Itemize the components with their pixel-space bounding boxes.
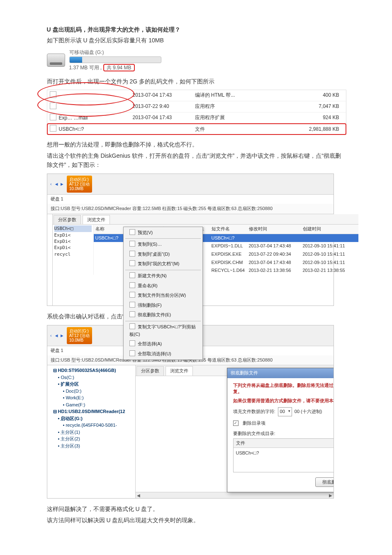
- paragraph-3: 想用一般的方法处理，即删除也删除不掉，格式化也不行。: [47, 140, 346, 149]
- menu-item-icon: [129, 311, 135, 317]
- tree-node[interactable]: • recycle.{645FF040-5081-: [50, 271, 53, 278]
- dialog-warning-2: 如果仅需要用普通的方式删除文件，请不要使用本功能。: [233, 398, 334, 404]
- tree-node[interactable]: • 启动区(G:): [50, 415, 133, 422]
- file-icon: [50, 114, 56, 120]
- tree-node[interactable]: • Os(C:): [50, 374, 133, 381]
- dialog-file-list: 文件 状态 USBCh<□?: [233, 438, 334, 472]
- dg-info-line: 接口:USB 型号:USB2.0SD/MMCReader 容量:122.5MB …: [47, 204, 334, 214]
- tab-partition-params[interactable]: 分区参数: [54, 215, 81, 225]
- menu-item-icon: [129, 282, 135, 288]
- context-menu-item[interactable]: 新建文件夹(N): [124, 271, 202, 281]
- dg-partition-badge: 启动区(G:)AT12 (活动10.0MB: [67, 176, 92, 193]
- name-list-item[interactable]: recycl: [54, 251, 92, 257]
- tree-node[interactable]: • 主分区(2): [50, 284, 53, 291]
- tree-node[interactable]: • Work(E:): [50, 394, 133, 401]
- name-list-item[interactable]: ExpDi<: [54, 244, 92, 251]
- figure-file-list: 2013-07-04 17:43编译的 HTML 帮...400 KB2013-…: [47, 90, 346, 135]
- figure-drive-capacity: 可移动磁盘 (G:) 1.37 MB 可用 , 共 9.94 MB: [47, 49, 346, 72]
- delete-dir-entry-label: 删除目录项: [243, 420, 265, 427]
- context-menu-item[interactable]: 复制到“桌面”(D): [124, 249, 202, 259]
- paragraph-1: 如下图所示该 U 盘分区后实际容量只有 10MB: [47, 36, 346, 45]
- dg-nav-arrows[interactable]: ‹ ◀ ▶: [50, 181, 63, 188]
- paragraph-7: 该方法同样可以解决因 U 盘乱码出现超大文件夹时的现象。: [47, 516, 346, 525]
- menu-item-icon: [129, 323, 135, 329]
- context-menu-item[interactable]: 重命名(R): [124, 281, 202, 291]
- file-list-row: 2013-07-22 9:40应用程序7,047 KB: [47, 101, 346, 112]
- menu-item-icon: [129, 229, 135, 235]
- file-list-row: USBCh<□?文件2,981,888 KB: [47, 124, 346, 134]
- capacity-free: 1.37 MB 可用 ,: [69, 65, 102, 71]
- tree-node[interactable]: • Doc(D:): [50, 388, 133, 395]
- tree-node[interactable]: • 启动区(G:): [50, 264, 53, 271]
- tab-browse-files[interactable]: 浏览文件: [83, 215, 110, 225]
- tree-node[interactable]: • 主分区(3): [50, 443, 133, 450]
- column-header: 修改时间: [249, 225, 303, 233]
- tree-node[interactable]: • 主分区(1): [50, 277, 53, 284]
- drive-icon: [47, 54, 65, 67]
- context-menu-item[interactable]: 预览(V): [124, 228, 202, 238]
- tree-node[interactable]: ⊟ HD1:USB2.0SD/MMCReader(12: [50, 408, 133, 415]
- tree-node[interactable]: • 扩展分区: [50, 381, 133, 388]
- context-menu-item[interactable]: 全部选择(A): [124, 339, 202, 349]
- tree-node[interactable]: • Os(C:): [50, 222, 53, 230]
- tree-node[interactable]: • Work(E:): [50, 243, 53, 250]
- tree-node[interactable]: ⊟ HD0:ST9500325AS(466GB): [50, 216, 53, 223]
- column-header: 短文件名: [212, 225, 249, 233]
- name-list-item[interactable]: USBCh<□: [54, 225, 92, 232]
- menu-item-icon: [129, 241, 135, 247]
- horizontal-scrollbar[interactable]: [136, 492, 334, 498]
- tree-node[interactable]: • Game(F:): [50, 250, 53, 257]
- column-header: 创建时间: [303, 225, 357, 233]
- tab-browse-files-2[interactable]: 浏览文件: [166, 366, 193, 376]
- context-menu-item[interactable]: 复制到“我的文档”(M): [124, 259, 202, 269]
- tree-node[interactable]: • 主分区(3): [50, 291, 53, 298]
- dg-nav-arrows-2[interactable]: ‹ ◀ ▶: [50, 332, 63, 340]
- context-menu-item[interactable]: 全部取消选择(U): [124, 349, 202, 359]
- menu-item-icon: [129, 251, 135, 257]
- menu-item-icon: [129, 340, 135, 346]
- name-list-item[interactable]: ExpDi<: [54, 238, 92, 244]
- context-menu-item[interactable]: 复制到(S)…: [124, 240, 202, 249]
- dg-disk-label: 硬盘 1: [47, 195, 334, 204]
- tree-node[interactable]: • 主分区(1): [50, 429, 133, 436]
- context-menu-item[interactable]: 强制删除(F): [124, 301, 202, 311]
- menu-item-icon: [129, 272, 135, 278]
- menu-item-icon: [129, 260, 135, 266]
- delete-dir-entry-checkbox[interactable]: ✓: [233, 421, 239, 426]
- page-title: U 盘出现乱码，并出现异常大的文件，该如何处理？: [47, 25, 346, 34]
- confirm-delete-button[interactable]: 彻底删除: [315, 477, 334, 487]
- tree-node[interactable]: • recycle.{645FF040-5081-: [50, 422, 133, 429]
- file-icon: [50, 103, 56, 109]
- drive-label: 可移动磁盘 (G:): [69, 49, 346, 56]
- capacity-meter: [69, 56, 161, 63]
- tree-node[interactable]: • 扩展分区: [50, 230, 53, 237]
- context-menu-item[interactable]: 复制文件到当前分区(W): [124, 291, 202, 301]
- name-list-item[interactable]: ExpDi<: [54, 232, 92, 238]
- tree-node[interactable]: • Doc(D:): [50, 236, 53, 243]
- tab-partition-params-2[interactable]: 分区参数: [136, 366, 164, 376]
- dg-name-list[interactable]: USBCh<□ExpDi<ExpDi<ExpDi<recycl: [53, 225, 94, 275]
- dg-partition-tree[interactable]: ⊟ HD0:ST9500325AS(466GB)• Os(C:)• 扩展分区• …: [47, 214, 53, 306]
- capacity-meter-fill: [70, 57, 83, 63]
- fill-char-select[interactable]: 00: [278, 407, 292, 416]
- col-file: 文件: [234, 439, 334, 448]
- tree-node[interactable]: ⊟ HD1:USB2.0SD/MMCReader(12: [50, 257, 53, 264]
- dialog-file-row: USBCh<□?: [234, 448, 334, 459]
- context-menu-item[interactable]: 彻底删除文件(E): [124, 310, 202, 320]
- fill-char-hint: 00 (十六进制): [295, 408, 322, 416]
- tree-node[interactable]: • Game(F:): [50, 401, 133, 408]
- figure-diskgenius-contextmenu: ‹ ◀ ▶ 启动区(G:)AT12 (活动10.0MB 硬盘 1 接口:USB …: [47, 174, 334, 306]
- fill-char-label: 填充文件数据的字符:: [233, 408, 275, 416]
- dg-partition-badge-2: 启动区(G:)AT12 (活动10.0MB: [67, 327, 92, 344]
- capacity-total-highlighted: 共 9.94 MB: [103, 64, 135, 71]
- dg-partition-tree-2[interactable]: ⊟ HD0:ST9500325AS(466GB)• Os(C:)• 扩展分区• …: [47, 365, 136, 498]
- dialog-title: 彻底删除文件: [231, 369, 258, 377]
- tree-node[interactable]: ⊟ HD0:ST9500325AS(466GB): [50, 367, 133, 374]
- menu-item-icon: [129, 302, 135, 308]
- context-menu[interactable]: 预览(V)复制到(S)…复制到“桌面”(D)复制到“我的文档”(M)新建文件夹(…: [123, 227, 203, 360]
- dialog-warning-1: 下列文件将从磁盘上彻底删除。删除后将无法通过数据恢复软件进行恢复。: [233, 382, 334, 395]
- paragraph-4: 请出这个软件的主角 DiskGenius 软件，打开所在的盘符，点击“浏览文件”…: [47, 151, 346, 170]
- paragraph-6: 这样问题解决了，不需要再格式化 U 盘了。: [47, 504, 346, 513]
- tree-node[interactable]: • 主分区(2): [50, 435, 133, 443]
- context-menu-item[interactable]: 复制文字“USBCh<□?”到剪贴板(C): [124, 322, 202, 339]
